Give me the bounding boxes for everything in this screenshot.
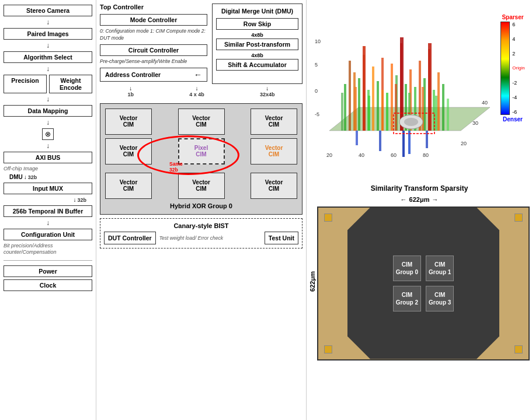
svg-rect-34: [442, 84, 444, 131]
cim-cell-3: VectorCIM: [105, 138, 152, 164]
axi-bus-box: AXI BUS: [4, 152, 92, 163]
arrow-4: ↓: [4, 96, 92, 103]
svg-text:60: 60: [391, 152, 397, 158]
chip-dim-h-label: 622μm: [409, 196, 430, 203]
off-chip-dmu-row: Off-chip Image: [4, 166, 92, 172]
svg-rect-46: [363, 46, 366, 131]
arrow-3: ↓: [4, 65, 92, 72]
cim-row-2: VectorCIM PixelCIM VectorCIM Same32b: [105, 138, 297, 164]
clock-box: Clock: [4, 279, 92, 291]
dmu-text: DMU: [9, 174, 23, 180]
svg-rect-49: [402, 131, 405, 157]
legend-top-label: Sparser: [502, 14, 523, 20]
dmu-title: Digital Merge Unit (DMU): [216, 8, 298, 15]
chip-quadrant-grid: CIMGroup 0 CIMGroup 1 CIMGroup 2 CIMGrou…: [387, 250, 460, 317]
cim-grid-area: VectorCIM VectorCIM VectorCIM VectorCIM …: [100, 103, 302, 215]
corner-pad-br: [514, 345, 523, 354]
svg-rect-20: [377, 81, 379, 131]
cim-cell-1: VectorCIM: [178, 108, 225, 135]
svg-text:0: 0: [315, 88, 318, 94]
shift-acc-box: Shift & Accumulator: [216, 59, 298, 71]
chip-dim-h-row: ← 622μm →: [309, 196, 530, 203]
sparsity-chart-svg: 10 5 0 -5 20 40 60 80 20 30 40: [309, 2, 496, 160]
svg-rect-33: [437, 72, 440, 131]
left-panel: Stereo Camera ↓ Paired Images ↓ Algorith…: [0, 0, 96, 420]
bit-32x4b-col: ↓ 32x4b: [260, 85, 275, 97]
chart-canvas: 10 5 0 -5 20 40 60 80 20 30 40: [309, 2, 496, 161]
cim-cell-8: VectorCIM: [251, 173, 297, 199]
svg-text:80: 80: [423, 152, 429, 158]
bit-4x4b-col: ↓ 4 x 4b: [189, 85, 204, 97]
test-unit-box: Test Unit: [265, 232, 298, 244]
precharge-label: Pre-charge/Sense-amplify/Write Enable: [100, 58, 207, 65]
svg-rect-40: [395, 84, 397, 131]
legend-bar-numbers: 6 4 2 Origin -2 -4 -6: [500, 22, 524, 115]
stereo-camera-box: Stereo Camera: [4, 5, 92, 16]
svg-rect-19: [372, 66, 374, 131]
dmu-bits2: 4x8b: [216, 52, 298, 58]
config-unit-box: Configuration Unit: [4, 229, 92, 240]
pixel-cim-box: PixelCIM: [178, 138, 225, 164]
arrow-8: ↓: [4, 219, 92, 226]
dmu-bits1: 4x8b: [216, 32, 298, 38]
svg-point-54: [404, 118, 418, 126]
algorithm-select-box: Algorithm Select: [4, 51, 92, 63]
chart-area: 10 5 0 -5 20 40 60 80 20 30 40: [309, 2, 530, 183]
bits-32b-2: 32b: [77, 197, 86, 203]
arrow-down-7: ↓: [73, 197, 76, 203]
svg-rect-47: [356, 131, 358, 145]
svg-rect-14: [349, 61, 351, 131]
dut-controller-box: DUT Controller: [104, 232, 156, 244]
precision-box: Precision: [4, 75, 47, 93]
middle-panel: Top Controller Mode Controller 0: Config…: [96, 0, 307, 420]
arrow-left-dmu: ←: [194, 70, 202, 79]
chip-photo-area: CIMGroup 0 CIMGroup 1 CIMGroup 2 CIMGrou…: [317, 206, 530, 360]
bit-1b-col: ↓ 1b: [128, 85, 134, 97]
svg-text:40: 40: [482, 100, 488, 106]
cim-cell-2: VectorCIM: [251, 108, 297, 135]
weight-encode-box: Weight Encode: [49, 75, 92, 93]
dmu-arrow-row: DMU ↓ 32b: [4, 174, 92, 180]
color-legend: Sparser 6 4 2 Origin -2 -4 -6 Denser: [496, 2, 530, 123]
bit-1b: 1b: [128, 92, 134, 97]
cim-grid-label: Hybrid XOR Group 0: [105, 202, 297, 209]
legend-bottom-label: Denser: [503, 116, 523, 123]
legend-gradient-bar: [500, 22, 510, 115]
off-chip-label: Off-chip Image: [4, 166, 38, 172]
arrow-left-dim: ←: [401, 196, 407, 203]
corner-pad-bl: [324, 345, 332, 354]
similar-post-box: Similar Post-transform: [216, 38, 298, 50]
arrow-1: ↓: [4, 19, 92, 26]
bit-32x4b: 32x4b: [260, 92, 275, 97]
arrow-down-b3: ↓: [266, 85, 269, 92]
svg-text:20: 20: [461, 141, 467, 146]
svg-rect-16: [358, 78, 360, 131]
power-box: Power: [4, 265, 92, 277]
svg-rect-39: [381, 90, 384, 131]
svg-rect-45: [428, 43, 432, 131]
arrow-down-b2: ↓: [195, 85, 198, 92]
corner-pad-tr: [514, 214, 523, 222]
mode-controller-box: Mode Controller: [100, 14, 207, 26]
cim-row-1: VectorCIM VectorCIM VectorCIM: [105, 108, 297, 135]
svg-rect-48: [379, 131, 381, 151]
arrow-right-dim: →: [432, 196, 438, 203]
right-panel: 10 5 0 -5 20 40 60 80 20 30 40: [307, 0, 532, 420]
mode-labels: 0: Configuration mode 1: CIM Compute mod…: [100, 28, 207, 42]
arrow-down-b1: ↓: [129, 85, 132, 92]
vector-cim-center-box: VectorCIM: [251, 138, 297, 164]
chip-main-row: 622μm CIMGroup 0 CIMGroup 1 CIMGroup 2 C…: [309, 203, 530, 360]
chip-inner: CIMGroup 0 CIMGroup 1 CIMGroup 2 CIMGrou…: [347, 208, 499, 359]
chart-title: Similarity Transform Sparsity: [309, 184, 530, 194]
top-controllers-row: Top Controller Mode Controller 0: Config…: [100, 4, 302, 84]
svg-rect-51: [408, 131, 411, 154]
svg-rect-13: [344, 84, 346, 131]
svg-rect-22: [386, 93, 388, 131]
same-32b-label: Same32b: [169, 161, 183, 173]
corner-pad-tl: [324, 214, 332, 222]
bist-title: Canary-style BIST: [104, 222, 298, 229]
cross-axi-row: ⊗: [4, 128, 92, 140]
row-skip-box: Row Skip: [216, 18, 298, 30]
data-mapping-box: Data Mapping: [4, 105, 92, 117]
chip-dim-v-label: 622μm: [309, 271, 316, 292]
